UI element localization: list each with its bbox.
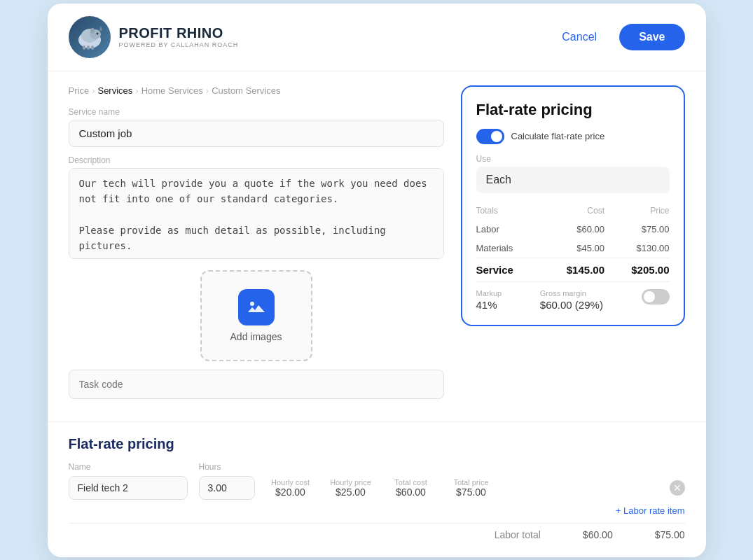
labor-total-label: Labor total bbox=[495, 529, 541, 540]
total-price-value: $75.00 bbox=[456, 486, 486, 498]
app-header: PROFIT RHINO POWERED BY CALLAHAN ROACH C… bbox=[48, 4, 706, 71]
pricing-table: Totals Cost Price Labor $60.00 $75.00 Ma… bbox=[476, 203, 670, 282]
pricing-card-title: Flat-rate pricing bbox=[476, 101, 670, 119]
labor-total-price: $75.00 bbox=[655, 529, 685, 540]
pricing-card: Flat-rate pricing Calculate flat-rate pr… bbox=[461, 85, 685, 326]
markup-label: Markup bbox=[476, 289, 502, 298]
total-price-stat: Total price $75.00 bbox=[447, 478, 496, 498]
save-button[interactable]: Save bbox=[619, 24, 684, 50]
total-cost-stat: Total cost $60.00 bbox=[387, 478, 436, 498]
gross-margin-value: $60.00 (29%) bbox=[540, 299, 603, 311]
markup-col: Markup 41% bbox=[476, 289, 502, 311]
svg-point-5 bbox=[90, 28, 95, 34]
breadcrumb-item-home-services[interactable]: Home Services bbox=[141, 85, 203, 96]
materials-cost: $45.00 bbox=[540, 239, 605, 258]
service-cost: $145.00 bbox=[540, 258, 605, 281]
service-label: Service bbox=[476, 258, 540, 281]
logo-icon bbox=[69, 16, 111, 58]
left-panel: Price › Services › Home Services › Custo… bbox=[69, 85, 444, 407]
task-code-input[interactable] bbox=[69, 370, 444, 399]
table-row: Labor $60.00 $75.00 bbox=[476, 220, 670, 239]
flat-rate-toggle[interactable] bbox=[476, 129, 504, 144]
hourly-price-label: Hourly price bbox=[330, 478, 371, 486]
header-actions: Cancel Save bbox=[551, 24, 684, 50]
service-price: $205.00 bbox=[605, 258, 670, 281]
table-row: Materials $45.00 $130.00 bbox=[476, 239, 670, 258]
service-name-label: Service name bbox=[69, 107, 444, 117]
svg-marker-3 bbox=[99, 26, 102, 31]
svg-rect-8 bbox=[91, 46, 94, 50]
total-cost-label: Total cost bbox=[394, 478, 427, 486]
labor-total-cost: $60.00 bbox=[583, 529, 613, 540]
image-upload-area[interactable]: Add images bbox=[200, 270, 312, 361]
col-totals: Totals bbox=[476, 203, 540, 220]
flat-rate-section-title: Flat-rate pricing bbox=[69, 436, 685, 452]
labor-hours-input[interactable] bbox=[199, 476, 255, 500]
markup-value: 41% bbox=[476, 299, 502, 311]
labor-name-input[interactable] bbox=[69, 476, 188, 500]
body-area: Price › Services › Home Services › Custo… bbox=[48, 71, 706, 421]
gross-margin-label: Gross margin bbox=[540, 289, 603, 298]
add-labor-link[interactable]: + Labor rate item bbox=[616, 505, 685, 516]
use-section: Use Each bbox=[476, 154, 670, 193]
svg-rect-7 bbox=[87, 46, 90, 50]
flat-rate-toggle-row: Calculate flat-rate price bbox=[476, 129, 670, 144]
hourly-cost-label: Hourly cost bbox=[271, 478, 310, 486]
logo-area: PROFIT RHINO POWERED BY CALLAHAN ROACH bbox=[69, 16, 239, 58]
hourly-cost-value: $20.00 bbox=[275, 486, 305, 498]
total-cost-value: $60.00 bbox=[396, 486, 426, 498]
service-name-field: Service name bbox=[69, 107, 444, 147]
hourly-price-value: $25.00 bbox=[336, 486, 366, 498]
breadcrumb: Price › Services › Home Services › Custo… bbox=[69, 85, 444, 96]
svg-point-9 bbox=[250, 302, 254, 306]
gross-margin-col: Gross margin $60.00 (29%) bbox=[540, 289, 603, 311]
labor-row-header: Name Hours bbox=[69, 462, 685, 472]
labor-price: $75.00 bbox=[605, 220, 670, 239]
hourly-cost-stat: Hourly cost $20.00 bbox=[266, 478, 315, 498]
svg-point-4 bbox=[96, 32, 98, 34]
description-input[interactable]: Our tech will provide you a quote if the… bbox=[69, 168, 444, 259]
labor-total-row: Labor total $60.00 $75.00 bbox=[69, 523, 685, 540]
hourly-price-stat: Hourly price $25.00 bbox=[326, 478, 375, 498]
labor-cost: $60.00 bbox=[540, 220, 605, 239]
total-price-label: Total price bbox=[453, 478, 488, 486]
col-price: Price bbox=[605, 203, 670, 220]
svg-rect-6 bbox=[83, 46, 85, 50]
task-code-field bbox=[69, 370, 444, 399]
breadcrumb-item-price[interactable]: Price bbox=[69, 85, 90, 96]
description-label: Description bbox=[69, 155, 444, 165]
service-totals-row: Service $145.00 $205.00 bbox=[476, 258, 670, 281]
image-upload-icon bbox=[238, 289, 275, 326]
materials-label: Materials bbox=[476, 239, 540, 258]
description-field: Description Our tech will provide you a … bbox=[69, 155, 444, 262]
flat-rate-section: Flat-rate pricing Name Hours Hourly cost… bbox=[48, 421, 706, 557]
flat-rate-toggle-label: Calculate flat-rate price bbox=[511, 131, 605, 141]
markup-row: Markup 41% Gross margin $60.00 (29%) bbox=[476, 289, 670, 311]
hours-col-header: Hours bbox=[199, 462, 255, 472]
col-cost: Cost bbox=[540, 203, 605, 220]
labor-item-row: Hourly cost $20.00 Hourly price $25.00 T… bbox=[69, 476, 685, 500]
breadcrumb-item-custom-services[interactable]: Custom Services bbox=[212, 85, 280, 96]
add-images-label: Add images bbox=[230, 331, 282, 342]
use-label: Use bbox=[476, 154, 670, 164]
materials-price: $130.00 bbox=[605, 239, 670, 258]
brand-name: PROFIT RHINO bbox=[119, 25, 239, 41]
service-name-input[interactable] bbox=[69, 120, 444, 147]
brand-text: PROFIT RHINO POWERED BY CALLAHAN ROACH bbox=[119, 25, 239, 48]
labor-label: Labor bbox=[476, 220, 540, 239]
cancel-button[interactable]: Cancel bbox=[551, 25, 608, 49]
use-value[interactable]: Each bbox=[476, 167, 670, 193]
name-col-header: Name bbox=[69, 462, 188, 472]
breadcrumb-item-services[interactable]: Services bbox=[97, 85, 132, 96]
delete-labor-button[interactable]: ✕ bbox=[670, 480, 685, 496]
bottom-toggle[interactable] bbox=[642, 289, 670, 304]
brand-sub: POWERED BY CALLAHAN ROACH bbox=[119, 41, 239, 48]
